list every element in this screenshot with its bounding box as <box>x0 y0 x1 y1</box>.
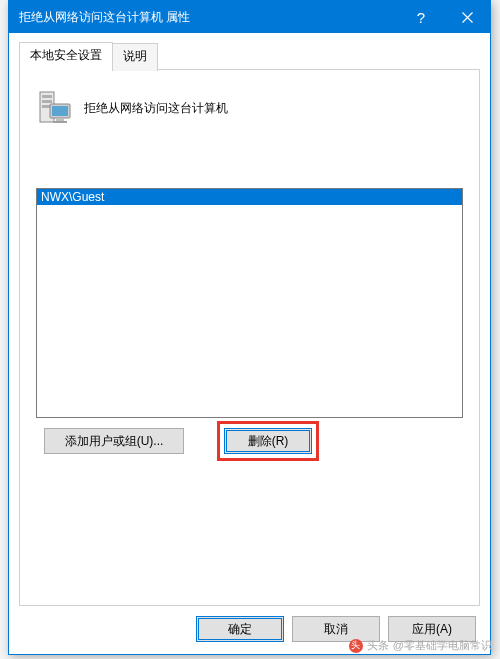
watermark-prefix: 头条 <box>367 638 389 653</box>
watermark: 头 头条 @零基础学电脑常识 <box>349 638 492 653</box>
server-icon <box>36 88 72 128</box>
tab-strip: 本地安全设置 说明 <box>19 41 480 69</box>
dialog-body: 本地安全设置 说明 <box>9 33 490 606</box>
svg-rect-5 <box>52 106 68 116</box>
list-button-row: 添加用户或组(U)... 删除(R) <box>36 428 463 454</box>
heading-row: 拒绝从网络访问这台计算机 <box>36 88 463 128</box>
close-button[interactable] <box>444 1 490 33</box>
remove-button[interactable]: 删除(R) <box>224 428 312 454</box>
svg-rect-1 <box>42 95 52 98</box>
tab-panel: 拒绝从网络访问这台计算机 NWX\Guest 添加用户或组(U)... 删除(R… <box>19 69 480 606</box>
list-item[interactable]: NWX\Guest <box>37 189 462 205</box>
policy-heading: 拒绝从网络访问这台计算机 <box>84 100 228 117</box>
ok-button[interactable]: 确定 <box>196 616 284 642</box>
titlebar[interactable]: 拒绝从网络访问这台计算机 属性 ? <box>9 1 490 33</box>
help-button[interactable]: ? <box>398 1 444 33</box>
svg-rect-6 <box>56 118 64 121</box>
watermark-icon: 头 <box>349 639 363 653</box>
remove-highlight: 删除(R) <box>224 428 312 454</box>
tab-explanation[interactable]: 说明 <box>112 43 158 71</box>
svg-rect-7 <box>53 121 67 123</box>
add-user-button[interactable]: 添加用户或组(U)... <box>44 428 184 454</box>
properties-dialog: 拒绝从网络访问这台计算机 属性 ? 本地安全设置 说明 <box>8 0 491 655</box>
user-listbox[interactable]: NWX\Guest <box>36 188 463 418</box>
window-title: 拒绝从网络访问这台计算机 属性 <box>19 9 398 26</box>
svg-rect-2 <box>42 100 52 103</box>
close-icon <box>462 12 473 23</box>
tab-local-security[interactable]: 本地安全设置 <box>19 42 113 70</box>
watermark-text: @零基础学电脑常识 <box>393 638 492 653</box>
